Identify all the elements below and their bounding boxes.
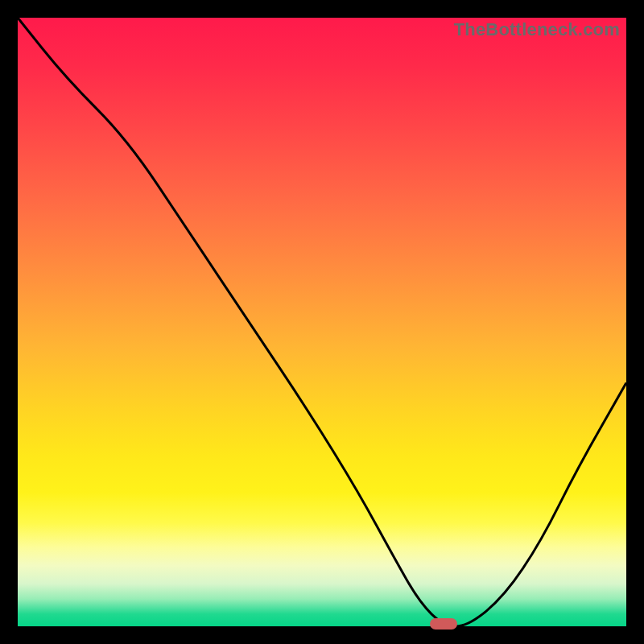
chart-plot-area: TheBottleneck.com <box>18 18 626 626</box>
optimal-point-marker <box>430 618 457 630</box>
curve-path <box>18 18 626 626</box>
bottleneck-curve <box>18 18 626 626</box>
chart-frame: TheBottleneck.com <box>0 0 644 644</box>
